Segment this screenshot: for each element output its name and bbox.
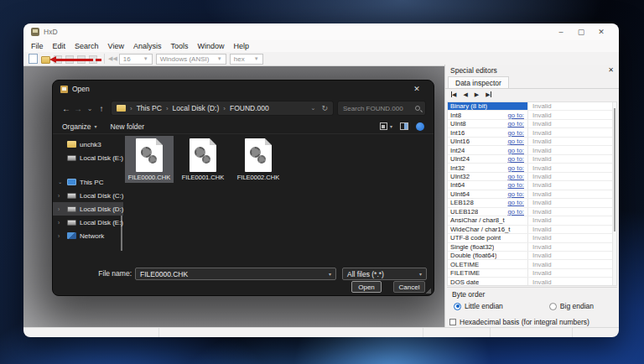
sidebar-item-this-pc[interactable]: ⌄This PC [53, 175, 123, 189]
organize-button[interactable]: Organize ▾ [62, 122, 97, 131]
inspector-row-int8[interactable]: Int8go to:Invalid [448, 111, 616, 119]
sidebar-item-local-disk-e[interactable]: ›Local Disk (E:) [53, 216, 123, 229]
goto-link[interactable]: go to: [507, 173, 527, 180]
goto-link[interactable]: go to: [507, 129, 527, 137]
cancel-button[interactable]: Cancel [393, 281, 425, 293]
inspector-row-uint8[interactable]: UInt8go to:Invalid [448, 120, 616, 128]
breadcrumb-item-this-pc[interactable]: This PC [137, 104, 162, 112]
search-input[interactable]: Search FOUND.000 [337, 101, 426, 116]
inspector-row-int64[interactable]: Int64go to:Invalid [448, 181, 616, 190]
chevron-right-icon[interactable]: › [58, 193, 60, 199]
goto-link[interactable]: go to: [507, 181, 527, 189]
sidebar-item-local-disk-e[interactable]: Local Disk (E:) [53, 151, 123, 164]
inspector-row-int16[interactable]: Int16go to:Invalid [448, 128, 616, 137]
offset-base-select[interactable]: hex ▼ [230, 54, 263, 65]
open-button[interactable]: Open [351, 281, 382, 293]
inspector-row-double-float64[interactable]: Double (float64)Invalid [448, 252, 616, 260]
next-icon[interactable]: ▶ [475, 91, 479, 98]
resize-grip[interactable] [426, 289, 431, 294]
close-icon[interactable]: ✕ [408, 85, 426, 93]
goto-link[interactable]: go to: [507, 155, 527, 163]
inspector-row-namecol: LEB128go to: [448, 199, 527, 206]
goto-link[interactable]: go to: [507, 147, 527, 154]
inspector-row-uint32[interactable]: UInt32go to:Invalid [448, 173, 616, 181]
goto-link[interactable]: go to: [507, 112, 527, 119]
menu-window[interactable]: Window [197, 42, 224, 50]
inspector-row-uint64[interactable]: UInt64go to:Invalid [448, 190, 616, 199]
first-icon[interactable]: ◀ [451, 91, 456, 98]
inspector-row-int32[interactable]: Int32go to:Invalid [448, 164, 616, 172]
file-tile-file0000-chk[interactable]: FILE0000.CHK [125, 136, 174, 183]
breadcrumb-item-found-000[interactable]: FOUND.000 [230, 104, 269, 112]
sidebar-item-local-disk-d[interactable]: ›Local Disk (D:) [53, 202, 123, 216]
file-type-select[interactable]: All files (*.*) ▾ [342, 268, 427, 280]
breadcrumb[interactable]: ›This PC›Local Disk (D:)›FOUND.000 ⌄ ↻ [111, 101, 334, 116]
help-icon[interactable] [416, 122, 424, 131]
new-file-icon[interactable] [29, 54, 38, 64]
jump-back-icon[interactable]: ◀◀ [108, 55, 117, 62]
close-icon[interactable]: ✕ [608, 66, 614, 74]
inspector-row-utf-8-code-point[interactable]: UTF-8 code pointInvalid [448, 234, 616, 242]
bytes-per-row-select[interactable]: 16 ▼ [119, 54, 153, 65]
last-icon[interactable]: ▶ [486, 91, 491, 98]
up-icon[interactable]: ↑ [96, 104, 107, 113]
inspector-row-int24[interactable]: Int24go to:Invalid [448, 146, 616, 154]
file-name-input[interactable]: FILE0000.CHK ▾ [135, 268, 336, 280]
encoding-select[interactable]: Windows (ANSI) ▼ [156, 54, 226, 65]
menu-view[interactable]: View [108, 42, 124, 50]
inspector-row-oletime[interactable]: OLETIMEInvalid [448, 260, 616, 268]
file-tile-file0002-chk[interactable]: FILE0002.CHK [234, 136, 283, 183]
sidebar-item-unchk3[interactable]: unchk3 [53, 138, 123, 151]
inspector-row-uint16[interactable]: UInt16go to:Invalid [448, 138, 616, 146]
goto-link[interactable]: go to: [507, 190, 527, 198]
address-dropdown-icon[interactable]: ⌄ [311, 105, 316, 112]
tab-data-inspector[interactable]: Data inspector [448, 76, 509, 88]
big-endian-radio[interactable]: Big endian [549, 302, 594, 310]
recent-locations-icon[interactable]: ⌄ [84, 105, 96, 112]
inspector-row-dos-date[interactable]: DOS dateInvalid [448, 278, 616, 286]
refresh-icon[interactable]: ↻ [321, 104, 328, 112]
inspector-row-widechar-char16-t[interactable]: WideChar / char16_tInvalid [448, 226, 616, 234]
goto-link[interactable]: go to: [507, 199, 527, 206]
preview-pane-icon[interactable] [400, 122, 408, 130]
goto-link[interactable]: go to: [507, 138, 527, 145]
back-icon[interactable]: ← [60, 104, 72, 113]
file-tile-file0001-chk[interactable]: FILE0001.CHK [179, 136, 227, 183]
new-folder-button[interactable]: New folder [111, 122, 145, 131]
open-dialog-titlebar[interactable]: Open ✕ [53, 81, 434, 97]
chevron-right-icon[interactable]: › [58, 233, 60, 239]
sidebar-item-network[interactable]: ›Network [53, 229, 123, 242]
hxd-titlebar[interactable]: HxD – ▢ ✕ [23, 23, 619, 40]
close-icon[interactable]: ✕ [591, 23, 611, 40]
little-endian-radio[interactable]: Little endian [454, 302, 503, 310]
inspector-row-ansichar-char8-t[interactable]: AnsiChar / char8_tInvalid [448, 216, 616, 225]
inspector-row-binary-8-bit[interactable]: Binary (8 bit)Invalid [448, 102, 616, 111]
sidebar-item-local-disk-c[interactable]: ›Local Disk (C:) [53, 189, 123, 202]
goto-link[interactable]: go to: [507, 208, 527, 216]
inspector-row-filetime[interactable]: FILETIMEInvalid [448, 269, 616, 278]
menu-edit[interactable]: Edit [53, 42, 66, 50]
file-tile-label: FILE0000.CHK [128, 174, 170, 181]
minimize-icon[interactable]: – [551, 23, 571, 40]
inspector-row-uleb128[interactable]: ULEB128go to:Invalid [448, 208, 616, 216]
inspector-row-uint24[interactable]: UInt24go to:Invalid [448, 155, 616, 164]
inspector-scrollbar[interactable] [612, 102, 616, 285]
forward-icon[interactable]: → [72, 104, 84, 113]
view-mode-button[interactable]: ▾ [380, 122, 392, 130]
maximize-icon[interactable]: ▢ [571, 23, 591, 40]
hex-basis-checkbox[interactable]: Hexadecimal basis (for integral numbers) [445, 315, 619, 328]
breadcrumb-item-local-disk-d[interactable]: Local Disk (D:) [173, 104, 220, 112]
menu-tools[interactable]: Tools [170, 42, 188, 50]
chevron-right-icon[interactable]: › [58, 206, 60, 212]
inspector-row-leb128[interactable]: LEB128go to:Invalid [448, 199, 616, 207]
menu-search[interactable]: Search [75, 42, 99, 50]
prev-icon[interactable]: ◀ [463, 91, 467, 98]
menu-analysis[interactable]: Analysis [133, 42, 162, 50]
menu-help[interactable]: Help [233, 42, 249, 50]
menu-file[interactable]: File [31, 42, 44, 50]
inspector-row-single-float32[interactable]: Single (float32)Invalid [448, 243, 616, 252]
chevron-down-icon[interactable]: ⌄ [58, 179, 62, 185]
goto-link[interactable]: go to: [507, 164, 527, 172]
chevron-right-icon[interactable]: › [58, 220, 60, 226]
goto-link[interactable]: go to: [507, 120, 527, 127]
